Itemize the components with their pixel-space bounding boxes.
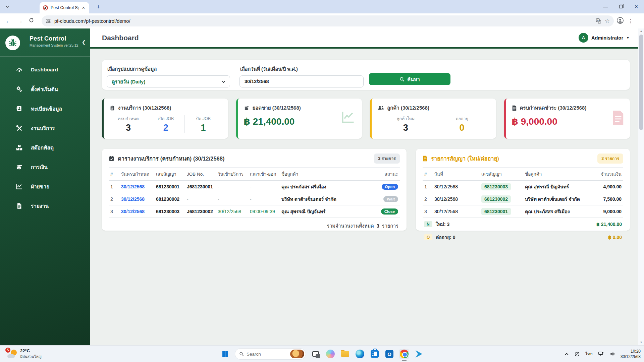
brand: Pest Control Management System ver.25.12… [0,28,90,56]
outlook-button[interactable]: O [384,349,394,359]
taskbar: 5 22°C มีฝนส่วนใหญ่ O [0,345,644,362]
page-scrollbar[interactable]: ▲ ▼ [638,28,644,345]
table-row: 1 30/12/2568 681230001 J681230001 - - คุ… [109,181,400,193]
service-table: # วันครบกำหนด เลขสัญญา JOB No. วันเข้าบร… [109,167,400,218]
scrollbar-thumb[interactable] [639,35,643,130]
view-mode-value: ดูรายวัน (Daily) [112,78,221,85]
view-mode-select[interactable]: ดูรายวัน (Daily) [107,75,230,87]
customer-name: คุณ ประภัสสร ศรีเมือง [280,181,378,193]
profile-avatar-icon[interactable] [616,17,624,25]
weather-desc: มีฝนส่วนใหญ่ [20,354,42,360]
customer-name: บริษัท ดาต้าเซ็นเตอร์ จำกัด [523,193,588,205]
row-number: 3 [423,205,433,218]
service-table-footer: รวมจำนวนงานทั้งหมด3รายการ [109,218,400,230]
sidebar-item-label: การเงิน [31,163,48,171]
sidebar-item-reports[interactable]: รายงาน [0,196,90,216]
card-customers: ลูกค้า (30/12/2568) ลูกค้าใหม่ 3 ต่ออายุ… [370,99,496,139]
forward-button[interactable]: → [14,17,25,25]
status-badge: Close [381,208,398,215]
due-date-link[interactable]: 30/12/2568 [119,205,154,218]
back-button[interactable]: ← [3,17,14,25]
renew-label: ต่ออายุ: 0 [436,234,455,241]
copilot-button[interactable] [325,349,335,359]
contract-date: 30/12/2568 [433,181,480,193]
vscode-button[interactable] [414,349,424,359]
sidebar-item-sales[interactable]: ฝ่ายขาย [0,177,90,196]
chart-watermark-icon [340,110,357,126]
tray-chevron-up-icon[interactable] [565,352,569,356]
outlook-icon: O [385,350,393,358]
volume-icon[interactable] [609,351,615,357]
row-number: 1 [109,181,119,193]
scroll-down-icon[interactable]: ▼ [638,340,644,345]
renew-amount: ฿ 0.00 [608,235,622,240]
summary-renew: O ต่ออายุ: 0 ฿ 0.00 [423,231,623,244]
reload-button[interactable] [25,17,37,25]
service-table-count-badge: 3 รายการ [374,154,400,164]
window-close-button[interactable]: × [629,3,644,10]
file-explorer-button[interactable] [340,349,350,359]
browser-menu-icon[interactable]: ⋮ [626,18,635,24]
stat-label: ลูกค้าใหม่ [378,115,434,122]
windows-start-button[interactable] [220,349,230,359]
view-mode-label: เลือกรูปแบบการดูข้อมูล [107,65,230,73]
stat-value: 2 [147,123,184,133]
report-icon [15,202,23,209]
boxes-icon [15,144,23,151]
card-title: ลูกค้า (30/12/2568) [387,104,429,112]
tab-search-chevron-icon[interactable] [3,2,12,11]
sidebar-item-settings[interactable]: ตั้งค่าเริ่มต้น [0,79,90,99]
sidebar-item-service[interactable]: งานบริการ [0,118,90,138]
browser-tab[interactable]: Pest Control System × [40,2,89,13]
bookmark-star-icon[interactable]: ☆ [605,17,610,24]
do-not-disturb-icon[interactable] [574,351,580,357]
brand-logo [5,36,20,50]
clock-date: 30/12/2568 [621,354,641,359]
weather-widget[interactable]: 5 22°C มีฝนส่วนใหญ่ [5,346,44,362]
window-minimize-button[interactable]: — [598,4,613,9]
due-date-link[interactable]: 30/12/2568 [119,193,154,205]
taskbar-clock[interactable]: 10:20 30/12/2568 [621,349,641,359]
col-header: เลขสัญญา [480,168,523,181]
col-header: สถานะ [378,168,400,181]
sidebar-item-label: สต๊อกพัสดุ [31,143,54,152]
edge-button[interactable] [355,349,365,359]
new-tab-button[interactable]: + [94,3,103,11]
sidebar-item-stock[interactable]: สต๊อกพัสดุ [0,138,90,157]
sidebar-item-registry[interactable]: ทะเบียนข้อมูล [0,99,90,118]
stat-label: ปิด JOB [185,115,222,122]
job-no: J681230001 [185,181,216,193]
user-name: Administrator [591,35,623,41]
search-highlight-image[interactable] [290,350,304,358]
site-settings-icon[interactable] [46,18,51,24]
clipboard-icon [110,105,115,111]
language-indicator[interactable]: ไทย [585,351,593,357]
scroll-up-icon[interactable]: ▲ [638,28,644,34]
taskbar-search[interactable] [235,348,306,360]
taskbar-search-input[interactable] [247,352,287,357]
visit-time: 09:00-09:39 [248,205,280,218]
table-row: 3 30/12/2568 681230003 J681230002 30/12/… [109,205,400,218]
window-restore-button[interactable] [613,4,629,9]
translate-icon[interactable]: A [596,18,601,24]
sidebar-item-dashboard[interactable]: Dashboard [0,60,90,79]
sidebar-item-finance[interactable]: การเงิน [0,157,90,177]
stat-label: ครบกำหนด [110,115,147,122]
col-header: # [423,168,433,181]
footer-label: รวมจำนวนงานทั้งหมด [327,223,374,229]
sidebar-collapse-icon[interactable]: ❮ [82,39,86,45]
address-bar[interactable]: pf-clouds.com/pf-pestcontrol/demo/ A ☆ [42,15,614,26]
date-input[interactable] [239,75,364,87]
task-view-button[interactable] [311,349,321,359]
stat-label: ต่ออายุ [434,115,490,122]
microsoft-store-button[interactable] [370,349,380,359]
stat-value: 3 [378,123,434,133]
tab-close-icon[interactable]: × [81,5,86,10]
due-date-link[interactable]: 30/12/2568 [119,181,154,193]
user-menu[interactable]: A Administrator ▼ [579,33,630,43]
contract-date: 30/12/2568 [433,205,480,218]
network-icon[interactable] [598,351,604,357]
search-button[interactable]: ค้นหา [369,73,450,85]
search-icon [239,352,244,356]
chrome-button[interactable] [399,349,409,359]
